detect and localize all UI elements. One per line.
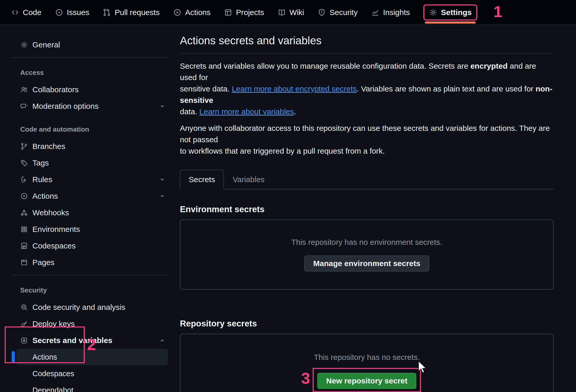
- codespaces-icon: [20, 242, 28, 250]
- tab-secrets[interactable]: Secrets: [180, 170, 224, 189]
- annotation-step-1: 1: [493, 4, 502, 20]
- tab-code[interactable]: Code: [11, 8, 41, 17]
- annotation-step-3: 3: [301, 370, 310, 386]
- people-icon: [20, 86, 28, 94]
- tab-settings[interactable]: Settings: [429, 8, 472, 17]
- tab-issues[interactable]: Issues: [55, 8, 89, 17]
- key-asterisk-icon: [20, 337, 28, 344]
- sidebar-item-label: General: [32, 40, 60, 49]
- sidebar-item-collaborators[interactable]: Collaborators: [0, 81, 180, 98]
- webhook-icon: [20, 209, 28, 217]
- sidebar-divider: [12, 57, 167, 58]
- sidebar-item-branches[interactable]: Branches: [0, 138, 180, 155]
- settings-content: Actions secrets and variables Secrets an…: [180, 25, 576, 392]
- tab-variables[interactable]: Variables: [224, 170, 273, 189]
- chevron-down-icon: [159, 103, 166, 110]
- inline-link[interactable]: Learn more about encrypted secrets: [232, 84, 357, 93]
- sidebar-subitem-codespaces[interactable]: Codespaces: [16, 365, 168, 382]
- intro-paragraph: Secrets and variables allow you to manag…: [180, 60, 554, 117]
- sidebar-item-environments[interactable]: Environments: [0, 221, 180, 238]
- tab-wiki[interactable]: Wiki: [278, 8, 304, 17]
- sidebar-item-label: Actions: [32, 192, 58, 201]
- sidebar-item-label: Webhooks: [32, 208, 69, 217]
- environment-empty-text: This repository has no environment secre…: [291, 238, 442, 247]
- inline-link[interactable]: Learn more about variables: [199, 107, 294, 116]
- shield-icon: [318, 8, 326, 17]
- tab-pull-requests[interactable]: Pull requests: [103, 8, 159, 17]
- sidebar-item-label: Pages: [32, 258, 54, 267]
- tab-label: Projects: [236, 8, 264, 17]
- sidebar-item-rules[interactable]: Rules: [0, 171, 180, 188]
- sidebar-section-code-automation: Code and automation: [0, 125, 180, 133]
- projects-icon: [224, 8, 232, 17]
- repository-secrets-box: This repository has no secrets. 3 New re…: [180, 334, 554, 392]
- git-branch-icon: [20, 142, 28, 150]
- tab-label: Issues: [67, 8, 89, 17]
- tab-insights[interactable]: Insights: [371, 8, 410, 17]
- sidebar-item-tags[interactable]: Tags: [0, 155, 180, 171]
- secrets-variables-tablist: Secrets Variables: [180, 170, 554, 189]
- key-icon: [20, 320, 28, 328]
- sidebar-item-webhooks[interactable]: Webhooks: [0, 204, 180, 221]
- sidebar-item-label: Collaborators: [32, 85, 79, 94]
- sidebar-section-access: Access: [0, 69, 180, 77]
- tab-label: Code: [23, 8, 41, 17]
- settings-sidebar: General Access Collaborators Moderation …: [0, 25, 180, 392]
- sidebar-item-label: Codespaces: [32, 241, 76, 250]
- active-tab-underline: [425, 22, 476, 24]
- rules-icon: [20, 176, 28, 183]
- tab-label: Insights: [383, 8, 410, 17]
- chevron-down-icon: [159, 176, 166, 183]
- access-paragraph: Anyone with collaborator access to this …: [180, 123, 554, 157]
- sidebar-item-label: Rules: [32, 175, 52, 184]
- sidebar-item-label: Deploy keys: [32, 319, 75, 328]
- tab-label: Pull requests: [115, 8, 159, 17]
- sidebar-item-general[interactable]: General: [0, 37, 180, 53]
- annotation-step-2: 2: [87, 337, 96, 353]
- title-divider: [180, 53, 554, 54]
- code-icon: [11, 8, 19, 17]
- sidebar-item-moderation-options[interactable]: Moderation options: [0, 98, 180, 115]
- chevron-up-icon: [159, 337, 166, 344]
- tab-label: Settings: [441, 8, 472, 17]
- sidebar-item-label: Secrets and variables: [32, 336, 113, 345]
- gear-icon: [20, 41, 28, 49]
- new-repository-secret-button[interactable]: New repository secret: [317, 373, 416, 389]
- sidebar-item-actions[interactable]: Actions: [0, 188, 180, 204]
- manage-environment-secrets-button[interactable]: Manage environment secrets: [304, 255, 429, 272]
- sidebar-item-label: Dependabot: [32, 386, 73, 392]
- server-icon: [20, 225, 28, 233]
- tab-label: Security: [329, 8, 357, 17]
- issue-icon: [55, 8, 63, 17]
- sidebar-item-pages[interactable]: Pages: [0, 254, 180, 271]
- sidebar-item-deploy-keys[interactable]: Deploy keys: [0, 316, 180, 332]
- sidebar-item-label: Code security and analysis: [32, 303, 125, 312]
- book-icon: [278, 8, 286, 17]
- annotation-box-3: 3 New repository secret: [313, 368, 421, 392]
- sidebar-item-label: Branches: [32, 142, 65, 151]
- sidebar-item-label: Codespaces: [32, 369, 74, 378]
- sidebar-subitem-dependabot[interactable]: Dependabot: [16, 382, 168, 392]
- chevron-down-icon: [159, 193, 166, 200]
- tab-projects[interactable]: Projects: [224, 8, 264, 17]
- tab-label: Wiki: [290, 8, 304, 17]
- repository-secrets-heading: Repository secrets: [180, 319, 554, 329]
- play-circle-icon: [20, 192, 28, 200]
- comment-discussion-icon: [20, 102, 28, 110]
- page-title: Actions secrets and variables: [180, 34, 554, 47]
- environment-secrets-heading: Environment secrets: [180, 204, 554, 214]
- sidebar-item-code-security[interactable]: Code security and analysis: [0, 299, 180, 316]
- gear-icon: [429, 8, 437, 17]
- browser-icon: [20, 259, 28, 266]
- sidebar-item-codespaces[interactable]: Codespaces: [0, 238, 180, 254]
- tab-security[interactable]: Security: [318, 8, 357, 17]
- repo-nav: Code Issues Pull requests Actions Projec…: [0, 0, 576, 25]
- repository-empty-text: This repository has no secrets.: [314, 353, 420, 362]
- pull-request-icon: [103, 8, 111, 17]
- sidebar-divider: [12, 275, 167, 275]
- sidebar-item-label: Moderation options: [32, 102, 99, 111]
- environment-secrets-box: This repository has no environment secre…: [180, 219, 554, 290]
- tab-actions[interactable]: Actions: [173, 8, 210, 17]
- sidebar-section-security: Security: [0, 286, 180, 294]
- tag-icon: [20, 159, 28, 167]
